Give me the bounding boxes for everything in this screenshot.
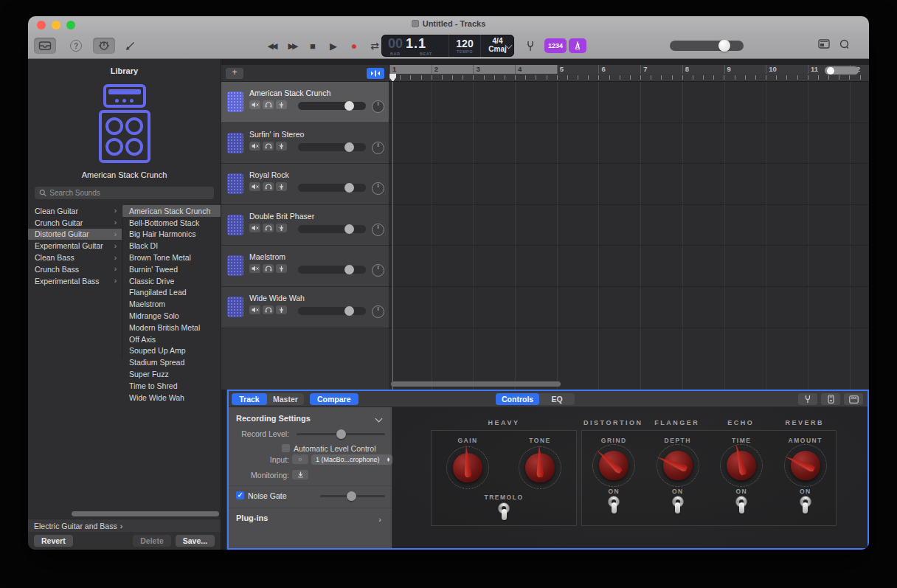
editors-button[interactable] <box>120 38 142 54</box>
category-row[interactable]: Crunch Bass › <box>28 263 122 275</box>
track-volume-slider[interactable] <box>298 307 366 315</box>
stop-button[interactable]: ■ <box>304 38 322 54</box>
record-level-knob[interactable] <box>336 429 346 439</box>
tremolo-switch[interactable] <box>497 502 510 522</box>
mute-button[interactable] <box>249 264 260 273</box>
add-track-button[interactable]: + <box>226 68 243 79</box>
track-volume-slider[interactable] <box>298 266 366 274</box>
patch-row[interactable]: American Stack Crunch <box>122 205 221 217</box>
track-volume-knob[interactable] <box>344 224 354 234</box>
patch-row[interactable]: Souped Up Amp <box>122 345 221 357</box>
effect-on-switch[interactable] <box>799 496 812 516</box>
red-knob[interactable] <box>597 449 631 482</box>
auto-level-checkbox[interactable] <box>282 444 290 452</box>
tab-controls[interactable]: Controls <box>496 393 539 405</box>
track-header-row[interactable]: Maelstrom <box>221 246 389 287</box>
solo-button[interactable] <box>263 264 274 273</box>
tab-track[interactable]: Track <box>232 393 267 405</box>
quick-help-button[interactable]: ? <box>65 38 87 54</box>
track-pan-knob[interactable] <box>372 182 384 195</box>
patch-row[interactable]: Black DI <box>122 240 221 252</box>
patch-row[interactable]: Big Hair Harmonics <box>122 229 221 241</box>
noise-gate-checkbox[interactable]: ✓ <box>236 491 244 499</box>
input-monitoring-button[interactable] <box>276 305 287 314</box>
lcd-key-signature[interactable]: 4/4 Cmaj <box>481 35 514 57</box>
patch-row[interactable]: Stadium Spread <box>122 356 221 368</box>
solo-button[interactable] <box>263 182 274 191</box>
play-button[interactable]: ▶ <box>325 38 342 54</box>
noise-gate-knob[interactable] <box>347 491 356 501</box>
timeline-grid[interactable] <box>389 82 869 390</box>
red-knob[interactable] <box>523 451 557 485</box>
pedalboard-button[interactable] <box>821 393 840 405</box>
red-knob[interactable] <box>789 449 822 482</box>
catch-playhead-button[interactable] <box>367 68 384 79</box>
lcd-display[interactable]: 00 1.1 BAR BEAT 120 TEMPO 4/4 Cmaj <box>381 35 514 57</box>
track-volume-slider[interactable] <box>298 143 366 151</box>
mute-button[interactable] <box>249 305 260 314</box>
timeline[interactable]: 1 2 3 4 5 6 7 <box>389 65 869 390</box>
track-pan-knob[interactable] <box>372 305 384 318</box>
revert-button[interactable]: Revert <box>34 535 73 547</box>
master-volume-slider[interactable] <box>670 41 744 51</box>
compare-button[interactable]: Compare <box>310 393 359 405</box>
input-monitoring-button[interactable] <box>276 100 287 109</box>
track-pan-knob[interactable] <box>372 142 384 154</box>
track-header-row[interactable]: Wide Wide Wah <box>221 287 389 328</box>
category-row[interactable]: Crunch Guitar › <box>28 217 122 229</box>
input-monitoring-button[interactable] <box>276 182 287 191</box>
tuner-button[interactable] <box>519 38 541 54</box>
track-volume-slider[interactable] <box>298 184 366 192</box>
monitoring-button[interactable] <box>292 470 308 480</box>
effect-on-switch[interactable] <box>607 496 620 516</box>
tab-master[interactable]: Master <box>267 393 304 405</box>
smart-controls-button[interactable] <box>93 38 115 54</box>
mute-button[interactable] <box>249 142 260 151</box>
save-button[interactable]: Save... <box>176 535 215 547</box>
category-row[interactable]: Clean Bass › <box>28 252 122 263</box>
tuner-view-button[interactable] <box>798 393 817 405</box>
metronome-button[interactable] <box>569 38 586 53</box>
chevron-right-icon[interactable]: › <box>378 515 381 524</box>
track-pan-knob[interactable] <box>372 100 384 113</box>
search-input[interactable] <box>49 189 209 197</box>
patch-row[interactable]: Super Fuzz <box>122 368 221 380</box>
rewind-button[interactable]: ◀◀ <box>263 38 280 54</box>
input-monitoring-button[interactable] <box>276 142 287 151</box>
patch-row[interactable]: Off Axis <box>122 333 221 345</box>
track-header-row[interactable]: Double Brit Phaser <box>221 205 389 246</box>
patch-row[interactable]: Midrange Solo <box>122 310 221 322</box>
playhead-pin[interactable] <box>389 74 396 82</box>
mute-button[interactable] <box>249 224 260 232</box>
category-row[interactable]: Clean Guitar › <box>28 205 122 217</box>
patch-row[interactable]: Modern British Metal <box>122 322 221 333</box>
loop-browser-button[interactable] <box>839 39 850 49</box>
patch-row[interactable]: Wide Wide Wah <box>122 392 221 404</box>
track-volume-knob[interactable] <box>344 306 354 316</box>
lcd-tempo[interactable]: 120 TEMPO <box>449 35 481 57</box>
patch-row[interactable]: Classic Drive <box>122 275 221 287</box>
track-header-row[interactable]: American Stack Crunch <box>221 82 389 123</box>
record-level-slider[interactable] <box>297 433 385 435</box>
track-pan-knob[interactable] <box>372 224 384 236</box>
zoom-slider-knob[interactable] <box>827 67 834 75</box>
solo-button[interactable] <box>263 305 274 314</box>
red-knob[interactable] <box>724 449 758 482</box>
patch-row[interactable]: Maelstrom <box>122 298 221 310</box>
noise-gate-slider[interactable] <box>320 495 385 497</box>
search-field[interactable] <box>35 187 214 199</box>
forward-button[interactable]: ▶▶ <box>283 38 301 54</box>
effect-on-switch[interactable] <box>671 496 685 516</box>
master-volume-knob[interactable] <box>718 40 730 52</box>
track-header-row[interactable]: Royal Rock <box>221 164 389 205</box>
track-volume-knob[interactable] <box>344 265 354 274</box>
track-pan-knob[interactable] <box>372 264 384 277</box>
patch-row[interactable]: Burnin' Tweed <box>122 263 221 275</box>
patch-row[interactable]: Brown Tone Metal <box>122 252 221 263</box>
chevron-down-icon[interactable] <box>375 415 383 423</box>
timeline-scrollbar[interactable] <box>391 381 561 387</box>
category-row[interactable]: Experimental Bass › <box>28 275 122 287</box>
horizontal-zoom-slider[interactable] <box>825 66 859 75</box>
mute-button[interactable] <box>249 100 260 109</box>
input-monitoring-button[interactable] <box>276 224 287 232</box>
